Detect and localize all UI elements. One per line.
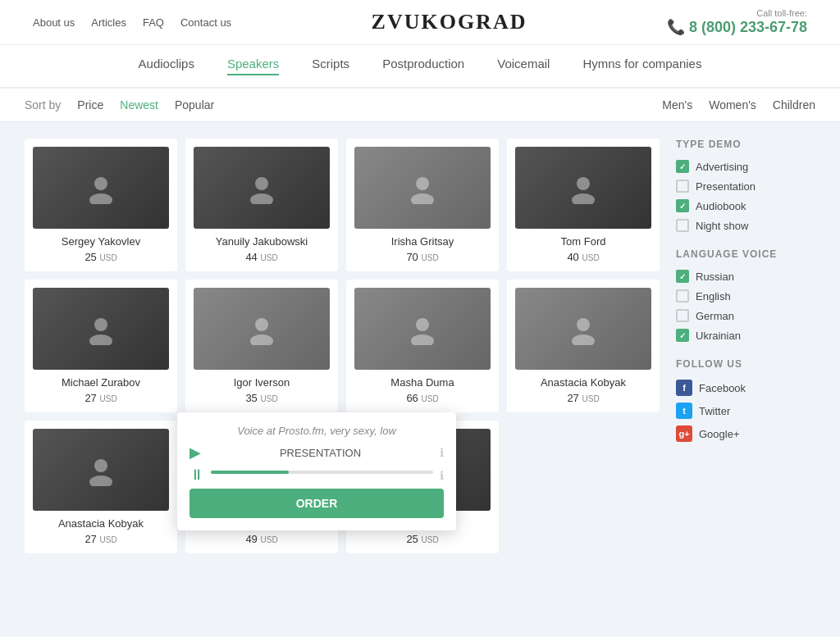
speaker-price: 66 usd [354,392,491,404]
speaker-name: Masha Duma [354,376,491,389]
checkbox-presentation-box[interactable] [676,180,689,193]
speaker-photo [354,288,491,370]
nav-voicemail[interactable]: Voicemail [497,57,550,75]
filter-children[interactable]: Children [773,98,815,111]
popup-pause-row: ⏸ ℹ [189,466,444,484]
speaker-card[interactable]: Irisha Gritsay 70 usd [346,139,499,271]
popup-info-icon2[interactable]: ℹ [440,469,444,482]
phone-icon: 📞 [667,18,685,36]
svg-point-16 [94,459,107,472]
checkbox-nightshow-box[interactable] [676,219,689,232]
svg-point-2 [255,177,268,190]
nav-speakers[interactable]: Speakers [227,57,279,75]
speaker-price: 40 usd [515,251,651,263]
svg-point-17 [89,475,112,486]
social-twitter[interactable]: t Twitter [676,403,824,419]
checkbox-german-label: German [696,310,734,322]
sort-newest[interactable]: Newest [120,98,158,111]
googleplus-icon: g+ [676,425,692,442]
speaker-card[interactable]: Igor Iverson 35 usd [185,280,338,412]
play-icon[interactable]: ▶ [189,444,201,462]
nav-audioclips[interactable]: Audioclips [139,57,194,75]
type-demo-section: TYPE DEMO Advertising Presentation Audio… [676,139,824,232]
svg-point-10 [255,318,268,331]
social-googleplus[interactable]: g+ Google+ [676,425,824,442]
phone-block: Call toll-free: 📞 8 (800) 233-67-78 [667,8,807,36]
contact-us-link[interactable]: Contact us [180,16,231,29]
facebook-icon: f [676,380,692,396]
sort-price[interactable]: Price [77,98,103,111]
nav-hymns[interactable]: Hymns for companies [582,57,701,75]
checkbox-russian[interactable]: Russian [676,270,824,283]
pause-icon[interactable]: ⏸ [189,466,204,484]
checkbox-advertising-box[interactable] [676,160,689,173]
svg-point-15 [572,334,595,345]
googleplus-label: Google+ [699,428,740,440]
speaker-card[interactable]: Yanuily Jakubowski 44 usd [185,139,338,271]
svg-point-5 [411,193,434,204]
popup-info-icon[interactable]: ℹ [440,446,444,459]
popup-play-row: ▶ PRESENTATION ℹ [189,444,444,462]
speaker-card[interactable]: Masha Duma 66 usd [346,280,499,412]
svg-point-1 [89,193,112,204]
checkbox-presentation[interactable]: Presentation [676,180,824,193]
speaker-card[interactable]: Michael Zurabov 27 usd [25,280,177,412]
checkbox-audiobook-box[interactable] [676,199,689,212]
about-us-link[interactable]: About us [33,16,75,29]
speaker-card[interactable]: Anastacia Kobyak 27 usd [25,421,177,553]
checkbox-english[interactable]: English [676,289,824,303]
speaker-name: Sergey Yakovlev [33,235,169,248]
sort-bar: Sort by Price Newest Popular Men's Women… [0,89,840,122]
checkbox-nightshow[interactable]: Night show [676,219,824,232]
filter-mens[interactable]: Men's [662,98,692,111]
popup-tagline: Voice at Prosto.fm, very sexy, low [189,425,444,437]
speaker-photo [354,147,491,229]
sidebar: TYPE DEMO Advertising Presentation Audio… [660,139,824,553]
checkbox-english-box[interactable] [676,289,689,303]
popup-progress-fill [211,471,289,474]
svg-point-4 [416,177,429,190]
checkbox-presentation-label: Presentation [696,180,756,193]
speaker-photo [515,147,651,229]
nav-postproduction[interactable]: Postproduction [382,57,464,75]
order-button[interactable]: ORDER [189,489,444,518]
sort-label: Sort by [25,98,61,111]
speaker-card[interactable]: Anastacia Kobyak 27 usd [507,280,660,412]
svg-point-9 [89,334,112,345]
checkbox-german[interactable]: German [676,309,824,322]
speaker-card[interactable]: Tom Ford 40 usd [507,139,660,271]
svg-point-14 [577,318,590,331]
nav-scripts[interactable]: Scripts [312,57,349,75]
checkbox-german-box[interactable] [676,309,689,322]
speaker-photo [194,288,330,370]
sort-popular[interactable]: Popular [175,98,214,111]
checkbox-russian-box[interactable] [676,270,689,283]
checkbox-advertising[interactable]: Advertising [676,160,824,173]
speaker-card-popup[interactable]: ☆ Lisa Nakonechna 49 usd Voice at Prosto… [185,421,338,553]
checkbox-russian-label: Russian [696,271,734,283]
speaker-card[interactable]: Sergey Yakovlev 25 usd [25,139,177,271]
checkbox-audiobook[interactable]: Audiobook [676,199,824,212]
speaker-photo [33,288,169,370]
speaker-name: Anastacia Kobyak [515,376,651,389]
svg-point-8 [94,318,107,331]
svg-point-12 [416,318,429,331]
popup-progress-bar [211,471,433,474]
checkbox-ukrainian-box[interactable] [676,329,689,342]
svg-point-11 [250,334,273,345]
articles-link[interactable]: Articles [91,16,126,29]
speaker-name: Yanuily Jakubowski [194,235,330,248]
call-text: Call toll-free: [667,8,807,18]
social-facebook[interactable]: f Facebook [676,380,824,396]
speaker-price: 35 usd [194,392,330,404]
speaker-price: 27 usd [33,392,169,404]
top-nav-links: About us Articles FAQ Contact us [33,16,231,29]
language-voice-section: LANGUAGE VOICE Russian English German Uk… [676,248,824,342]
checkbox-advertising-label: Advertising [696,161,748,173]
speaker-price: 25 usd [33,251,169,263]
type-demo-title: TYPE DEMO [676,139,824,150]
faq-link[interactable]: FAQ [143,16,164,29]
filter-womens[interactable]: Women's [709,98,756,111]
phone-number[interactable]: 📞 8 (800) 233-67-78 [667,18,807,36]
checkbox-ukrainian[interactable]: Ukrainian [676,329,824,342]
